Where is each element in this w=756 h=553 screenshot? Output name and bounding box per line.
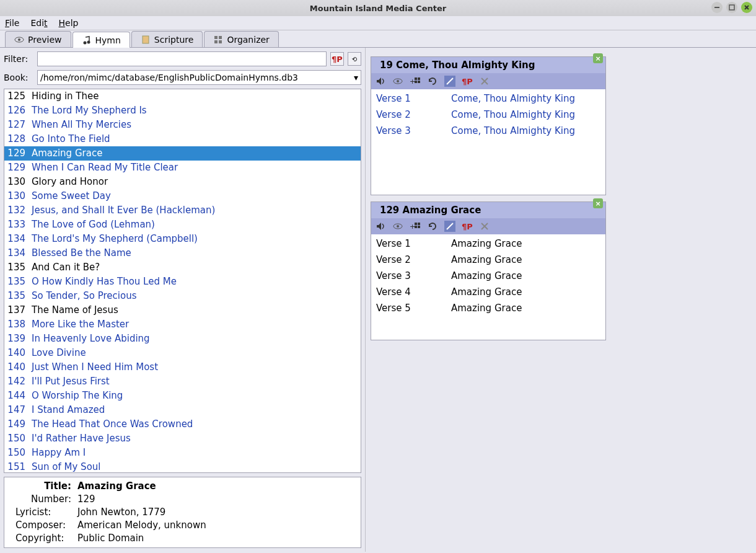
verse-row[interactable]: Verse 5Amazing Grace xyxy=(371,300,605,316)
verse-row[interactable]: Verse 3Come, Thou Almighty King xyxy=(371,123,605,139)
hymn-number: 126 xyxy=(7,104,32,117)
hymn-number: 133 xyxy=(7,218,32,231)
composer-label: Composer: xyxy=(9,519,77,532)
hymn-row[interactable]: 133The Love of God (Lehman) xyxy=(4,218,361,232)
hymn-row[interactable]: 150I'd Rather Have Jesus xyxy=(4,431,361,446)
svg-point-5 xyxy=(18,38,20,41)
svg-rect-29 xyxy=(415,226,417,228)
tab-hymn[interactable]: Hymn xyxy=(73,32,130,48)
verse-row[interactable]: Verse 2Amazing Grace xyxy=(371,252,605,268)
toolbar-p-button[interactable]: ¶P xyxy=(460,74,474,88)
hymn-number: 134 xyxy=(7,232,32,246)
hymn-row[interactable]: 134Blessed Be the Name xyxy=(4,246,361,260)
toolbar-wand-button[interactable] xyxy=(443,219,457,233)
svg-text:+: + xyxy=(410,223,415,231)
hymn-row[interactable]: 150Happy Am I xyxy=(4,446,361,460)
hymn-title: Hiding in Thee xyxy=(32,90,99,103)
hymn-row[interactable]: 140Just When I Need Him Most xyxy=(4,360,361,374)
maximize-button[interactable] xyxy=(726,2,737,13)
hymn-list[interactable]: 125Hiding in Thee126The Lord My Shepherd… xyxy=(4,89,361,473)
hymn-title: Sun of My Soul xyxy=(32,461,101,473)
hymn-number: 135 xyxy=(7,261,32,274)
hymn-row[interactable]: 139In Heavenly Love Abiding xyxy=(4,332,361,346)
title-label: Title: xyxy=(9,480,77,493)
p-icon: ¶P xyxy=(462,76,473,86)
menu-edit[interactable]: Edit xyxy=(30,18,47,28)
panel-header: 129 Amazing Grace× xyxy=(371,202,605,218)
hymn-row[interactable]: 132Jesus, and Shall It Ever Be (Hacklema… xyxy=(4,203,361,218)
p-icon: ¶P xyxy=(332,55,343,64)
panel-close-button[interactable]: × xyxy=(593,53,603,63)
hymn-row[interactable]: 135So Tender, So Precious xyxy=(4,289,361,303)
hymn-row[interactable]: 135O How Kindly Has Thou Led Me xyxy=(4,275,361,289)
hymn-number: 151 xyxy=(7,461,32,473)
number-value: 129 xyxy=(77,493,95,506)
svg-rect-1 xyxy=(729,5,734,10)
tab-preview[interactable]: Preview xyxy=(5,31,71,47)
toolbar-speaker-button[interactable] xyxy=(374,74,387,88)
hymn-title: I'll Put Jesus First xyxy=(32,375,110,388)
toolbar-wand-button[interactable] xyxy=(443,74,457,88)
minimize-button[interactable] xyxy=(711,2,723,13)
hymn-row[interactable]: 129Amazing Grace xyxy=(4,146,361,161)
svg-point-25 xyxy=(397,225,399,228)
verse-title: Come, Thou Almighty King xyxy=(451,123,575,138)
verse-row[interactable]: Verse 2Come, Thou Almighty King xyxy=(371,107,605,123)
p-icon: ¶P xyxy=(462,221,473,231)
menu-file[interactable]: File xyxy=(5,18,19,28)
tab-label: Hymn xyxy=(95,35,121,45)
toolbar-refresh-button[interactable] xyxy=(426,219,439,233)
verse-row[interactable]: Verse 1Come, Thou Almighty King xyxy=(371,91,605,107)
toolbar-speaker-button[interactable] xyxy=(374,219,387,233)
svg-text:+: + xyxy=(410,77,415,86)
hymn-title: When I Can Read My Title Clear xyxy=(32,161,178,174)
svg-rect-16 xyxy=(415,77,417,80)
close-button[interactable] xyxy=(741,2,752,13)
toolbar-add-grid-button[interactable]: + xyxy=(408,219,422,233)
hymn-row[interactable]: 138More Like the Master xyxy=(4,317,361,332)
toolbar-x-button[interactable] xyxy=(478,74,491,88)
hymn-title: Happy Am I xyxy=(32,446,86,459)
tab-scripture[interactable]: Scripture xyxy=(131,31,203,47)
tab-organizer[interactable]: Organizer xyxy=(204,31,278,47)
verse-row[interactable]: Verse 3Amazing Grace xyxy=(371,268,605,284)
hymn-row[interactable]: 142I'll Put Jesus First xyxy=(4,374,361,389)
hymn-row[interactable]: 137The Name of Jesus xyxy=(4,303,361,317)
hymn-row[interactable]: 125Hiding in Thee xyxy=(4,89,361,104)
verse-row[interactable]: Verse 4Amazing Grace xyxy=(371,284,605,300)
hymn-row[interactable]: 134The Lord's My Shepherd (Campbell) xyxy=(4,232,361,246)
hymn-row[interactable]: 126The Lord My Shepherd Is xyxy=(4,104,361,118)
toolbar-eye-button[interactable] xyxy=(391,219,405,233)
filter-input[interactable] xyxy=(37,51,327,66)
filter-button-p[interactable]: ¶P xyxy=(330,52,344,66)
hymn-row[interactable]: 130Some Sweet Day xyxy=(4,189,361,203)
verse-title: Amazing Grace xyxy=(451,236,522,251)
hymn-row[interactable]: 135And Can it Be? xyxy=(4,260,361,275)
hymn-row[interactable]: 127When All Thy Mercies xyxy=(4,118,361,132)
hymn-row[interactable]: 130Glory and Honor xyxy=(4,175,361,189)
eye-icon xyxy=(392,221,403,232)
panel-close-button[interactable]: × xyxy=(593,198,603,208)
toolbar-eye-button[interactable] xyxy=(391,74,405,88)
refresh-icon: ⟲ xyxy=(352,56,357,63)
toolbar-add-grid-button[interactable]: + xyxy=(408,74,422,88)
hymn-row[interactable]: 129When I Can Read My Title Clear xyxy=(4,161,361,175)
hymn-row[interactable]: 140Love Divine xyxy=(4,346,361,360)
verse-row[interactable]: Verse 1Amazing Grace xyxy=(371,236,605,252)
hymn-row[interactable]: 149The Head That Once Was Crowned xyxy=(4,417,361,431)
panel-toolbar: +¶P xyxy=(371,218,605,234)
menu-help[interactable]: Help xyxy=(59,18,79,28)
eye-icon xyxy=(14,35,24,45)
book-select[interactable]: /home/ron/mimc/database/EnglishPublicDom… xyxy=(37,70,361,85)
hymn-row[interactable]: 151Sun of My Soul xyxy=(4,460,361,473)
verse-label: Verse 3 xyxy=(374,268,451,283)
hymn-row[interactable]: 144O Worship The King xyxy=(4,389,361,403)
hymn-row[interactable]: 147I Stand Amazed xyxy=(4,403,361,417)
toolbar-refresh-button[interactable] xyxy=(426,74,439,88)
hymn-number: 138 xyxy=(7,318,32,331)
toolbar-x-button[interactable] xyxy=(478,219,491,233)
hymn-row[interactable]: 128Go Into The Field xyxy=(4,132,361,146)
filter-button-refresh[interactable]: ⟲ xyxy=(348,52,361,66)
svg-rect-8 xyxy=(143,36,149,43)
toolbar-p-button[interactable]: ¶P xyxy=(460,219,474,233)
